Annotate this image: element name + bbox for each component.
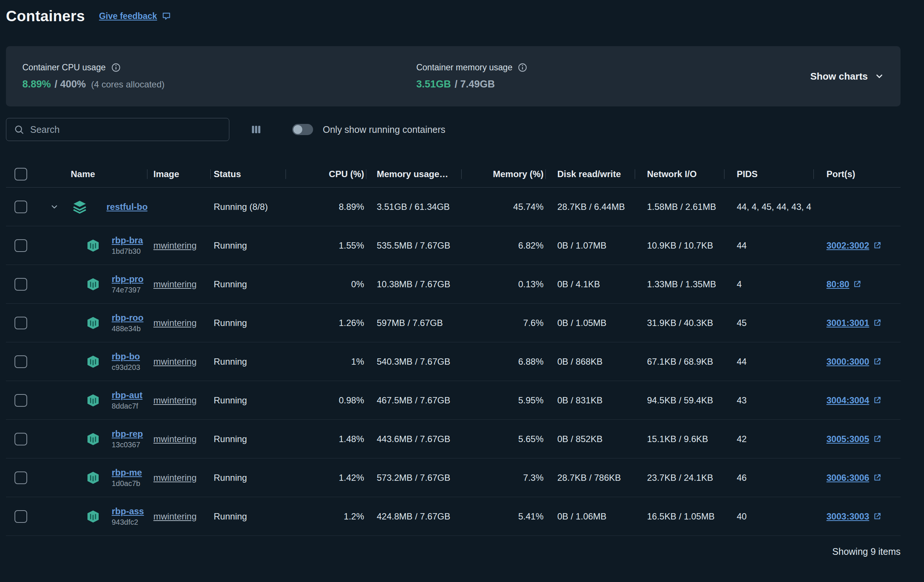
image-link[interactable]: mwintering	[153, 473, 196, 483]
port-link[interactable]: 3003:3003	[827, 511, 881, 522]
port-link[interactable]: 3006:3006	[827, 473, 881, 483]
image-link[interactable]: mwintering	[153, 279, 196, 290]
container-row: rbp-bra 1bd7b30 mwintering Running 1.55%…	[6, 226, 901, 265]
row-checkbox[interactable]	[15, 278, 27, 291]
column-header-memory-percent[interactable]: Memory (%)	[462, 161, 546, 187]
row-checkbox[interactable]	[15, 472, 27, 484]
give-feedback-link[interactable]: Give feedback	[99, 11, 171, 21]
container-name-link[interactable]: rbp-rep	[112, 429, 143, 439]
container-name-link[interactable]: rbp-me	[112, 467, 142, 478]
image-link[interactable]: mwintering	[153, 395, 196, 406]
container-icon	[86, 432, 102, 447]
container-name-link[interactable]: rbp-aut	[112, 390, 143, 401]
port-link[interactable]: 3002:3002	[827, 241, 881, 251]
port-link[interactable]: 3004:3004	[827, 395, 881, 406]
container-row: rbp-roo 488e34b mwintering Running 1.26%…	[6, 303, 901, 342]
container-memory-usage: 10.38MB / 7.67GB	[366, 279, 462, 290]
compose-stack-icon	[71, 199, 88, 215]
port-link[interactable]: 3001:3001	[827, 318, 881, 328]
container-memory-percent: 6.82%	[462, 241, 546, 251]
search-box[interactable]	[6, 118, 229, 141]
search-input[interactable]	[30, 124, 221, 135]
container-pids: 44	[724, 241, 814, 251]
container-row: rbp-pro 74e7397 mwintering Running 0% 10…	[6, 265, 901, 303]
container-row: rbp-ass 943dfc2 mwintering Running 1.2% …	[6, 497, 901, 536]
container-disk-rw: 0B / 1.06MB	[546, 511, 635, 522]
row-checkbox[interactable]	[15, 433, 27, 445]
container-name-link[interactable]: rbp-bo	[112, 351, 140, 362]
image-link[interactable]: mwintering	[153, 241, 196, 251]
row-checkbox[interactable]	[15, 394, 27, 407]
compose-group-name-link[interactable]: restful-bo	[106, 202, 147, 212]
container-row: rbp-rep 13c0367 mwintering Running 1.48%…	[6, 420, 901, 458]
row-checkbox[interactable]	[15, 317, 27, 329]
container-id: 74e7397	[112, 286, 144, 294]
external-link-icon	[873, 512, 881, 521]
image-link[interactable]: mwintering	[153, 356, 196, 367]
container-network-io: 23.7KB / 24.1KB	[635, 473, 724, 483]
container-status: Running	[211, 318, 286, 328]
column-header-memory-usage[interactable]: Memory usage…	[366, 161, 462, 187]
collapse-caret-icon[interactable]	[50, 203, 62, 211]
container-network-io: 15.1KB / 9.6KB	[635, 434, 724, 444]
container-icon	[86, 470, 102, 485]
port-label: 3004:3004	[827, 395, 869, 406]
container-name-link[interactable]: rbp-roo	[112, 313, 144, 323]
container-pids: 45	[724, 318, 814, 328]
select-all-checkbox[interactable]	[15, 168, 27, 180]
column-header-image[interactable]: Image	[147, 161, 211, 187]
column-header-status[interactable]: Status	[211, 161, 286, 187]
container-row: rbp-bo c93d203 mwintering Running 1% 540…	[6, 342, 901, 381]
port-link[interactable]: 3000:3000	[827, 356, 881, 367]
page-title: Containers	[6, 8, 85, 25]
port-link[interactable]: 3005:3005	[827, 434, 881, 444]
container-disk-rw: 28.7KB / 786KB	[546, 473, 635, 483]
container-status: Running	[211, 279, 286, 290]
cpu-usage-label: Container CPU usage	[22, 63, 106, 73]
memory-usage-stat: Container memory usage 3.51GB/ 7.49GB	[416, 63, 810, 90]
table-footer: Showing 9 items	[6, 536, 901, 567]
column-header-ports[interactable]: Port(s)	[814, 161, 901, 187]
container-memory-percent: 7.6%	[462, 318, 546, 328]
row-checkbox[interactable]	[15, 239, 27, 252]
show-charts-button[interactable]: Show charts	[810, 71, 884, 82]
container-disk-rw: 0B / 1.07MB	[546, 241, 635, 251]
column-header-pids[interactable]: PIDS	[724, 161, 814, 187]
group-status: Running (8/8)	[211, 202, 286, 212]
compose-group-row: restful-bo Running (8/8) 8.89% 3.51GB / …	[6, 188, 901, 226]
row-checkbox[interactable]	[15, 201, 27, 213]
image-link[interactable]: mwintering	[153, 318, 196, 328]
feedback-icon	[162, 11, 171, 21]
info-icon[interactable]	[111, 63, 121, 73]
group-memory-usage: 3.51GB / 61.34GB	[366, 202, 462, 212]
container-id: 1d0ac7b	[112, 479, 142, 488]
container-id: 943dfc2	[112, 518, 144, 526]
only-running-toggle[interactable]	[292, 124, 313, 135]
info-icon[interactable]	[518, 63, 528, 73]
port-link[interactable]: 80:80	[827, 279, 861, 290]
container-disk-rw: 0B / 4.1KB	[546, 279, 635, 290]
container-status: Running	[211, 356, 286, 367]
image-link[interactable]: mwintering	[153, 434, 196, 444]
row-checkbox[interactable]	[15, 355, 27, 368]
container-network-io: 94.5KB / 59.4KB	[635, 395, 724, 406]
image-link[interactable]: mwintering	[153, 511, 196, 522]
search-icon	[14, 124, 24, 135]
containers-page: Containers Give feedback Container CPU u…	[0, 0, 924, 567]
columns-icon	[251, 124, 262, 135]
container-row: rbp-me 1d0ac7b mwintering Running 1.42% …	[6, 458, 901, 497]
column-header-name[interactable]: Name	[36, 161, 147, 187]
container-name-link[interactable]: rbp-ass	[112, 506, 144, 516]
external-link-icon	[873, 396, 881, 404]
container-memory-percent: 5.65%	[462, 434, 546, 444]
port-label: 3002:3002	[827, 241, 869, 251]
container-icon	[86, 316, 102, 330]
container-name-link[interactable]: rbp-pro	[112, 274, 144, 284]
row-checkbox[interactable]	[15, 510, 27, 523]
container-name-link[interactable]: rbp-bra	[112, 235, 143, 246]
container-status: Running	[211, 395, 286, 406]
column-header-disk[interactable]: Disk read/write	[546, 161, 635, 187]
column-header-network[interactable]: Network I/O	[635, 161, 724, 187]
columns-settings-button[interactable]	[251, 124, 262, 135]
column-header-cpu[interactable]: CPU (%)	[286, 161, 366, 187]
